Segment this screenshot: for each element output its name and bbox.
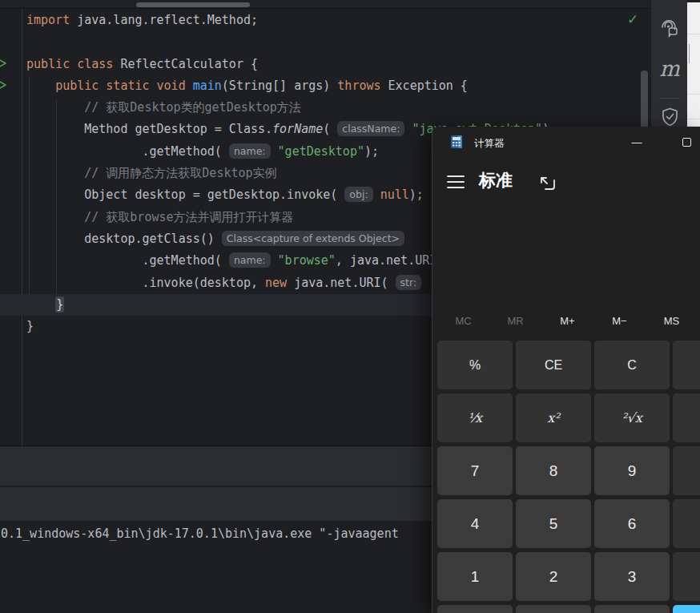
calc-button-digit-5[interactable]: 5 — [516, 499, 591, 548]
calc-button-square[interactable]: x² — [516, 393, 591, 442]
calc-button-digit-7[interactable]: 7 — [437, 446, 513, 495]
window-title: 计算器 — [474, 137, 505, 151]
calc-button-digit-3[interactable]: 3 — [594, 552, 670, 601]
calc-button-reciprocal[interactable]: ⅟x — [437, 393, 513, 442]
background-window-edge — [687, 2, 700, 127]
maximize-icon — [682, 138, 691, 147]
calc-button-backspace[interactable]: ⌫ — [673, 341, 700, 389]
calc-button-divide[interactable]: ÷ — [673, 393, 700, 442]
calculator-keypad: %CEC⌫⅟xx²²√x÷789×456−123++/−0.= — [437, 341, 700, 613]
inlay-hint: obj: — [344, 187, 372, 202]
calc-button-digit-2[interactable]: 2 — [516, 552, 591, 601]
calculator-app-icon — [449, 135, 464, 149]
calc-button-digit-8[interactable]: 8 — [516, 446, 591, 495]
stripe-divider — [660, 98, 679, 99]
ide-window: import java.lang.reflect.Method;public c… — [0, 0, 700, 613]
minimize-button[interactable]: — — [623, 131, 650, 152]
code-line — [26, 31, 650, 53]
memory-add-button[interactable]: M+ — [541, 309, 593, 333]
maven-icon[interactable]: m — [658, 56, 682, 80]
calc-button-digit-6[interactable]: 6 — [594, 499, 670, 548]
code-line: public class ReflectCalculator { — [26, 54, 650, 75]
calc-button-multiply[interactable]: × — [673, 446, 700, 495]
run-class-icon[interactable] — [0, 58, 7, 69]
inlay-hint: Class<capture of extends Object> — [222, 231, 404, 246]
calculator-titlebar[interactable]: 计算器 — — [432, 127, 700, 159]
calc-button-clear[interactable]: C — [594, 341, 670, 389]
calc-button-digit-1[interactable]: 1 — [437, 552, 513, 601]
inlay-hint: className: — [337, 121, 404, 136]
gutter-divider — [22, 9, 22, 446]
calc-button-digit-0[interactable]: 0 — [516, 605, 591, 613]
inlay-hint: name: — [229, 252, 271, 268]
inlay-hint: str: — [396, 275, 422, 290]
menu-hamburger-icon[interactable] — [447, 175, 465, 188]
calculator-mode-label: 标准 — [479, 169, 513, 192]
memory-store-button[interactable]: MS — [646, 309, 698, 333]
calculator-window: 计算器 — 标准 MCMRM+M−MS %CEC⌫⅟xx²²√x÷789×456… — [432, 127, 700, 613]
calc-button-percent[interactable]: % — [437, 341, 513, 389]
calc-button-decimal[interactable]: . — [594, 605, 670, 613]
calc-button-negate[interactable]: +/− — [437, 605, 513, 613]
security-shield-icon[interactable] — [658, 105, 682, 129]
memory-clear-button[interactable]: MC — [437, 309, 489, 333]
horizontal-scrollbar-thumb[interactable] — [136, 2, 250, 7]
keep-on-top-icon[interactable] — [538, 175, 557, 192]
code-line: import java.lang.reflect.Method; — [26, 10, 650, 31]
ai-assistant-icon[interactable] — [658, 16, 682, 40]
calc-button-square-root[interactable]: ²√x — [594, 393, 670, 442]
console-command-line: 0.1_windows-x64_bin\jdk-17.0.1\bin\java.… — [1, 527, 399, 541]
calc-button-clear-entry[interactable]: CE — [516, 341, 591, 389]
inlay-hint: name: — [229, 143, 271, 159]
memory-subtract-button[interactable]: M− — [593, 309, 646, 333]
calc-button-digit-9[interactable]: 9 — [594, 446, 670, 495]
memory-button-row: MCMRM+M−MS — [437, 309, 698, 333]
calc-button-subtract[interactable]: − — [673, 499, 700, 548]
code-line: public static void main(String[] args) t… — [26, 75, 650, 97]
calc-button-equals[interactable]: = — [673, 605, 700, 613]
code-line: // 获取Desktop类的getDesktop方法 — [26, 97, 650, 119]
inspections-ok-icon[interactable]: ✓ — [627, 11, 638, 27]
memory-recall-button[interactable]: MR — [489, 309, 541, 333]
editor-horizontal-scrollbar — [0, 0, 650, 9]
maximize-button[interactable] — [673, 131, 700, 152]
calc-button-digit-4[interactable]: 4 — [437, 499, 513, 548]
run-main-icon[interactable] — [0, 79, 7, 91]
calc-button-add[interactable]: + — [673, 552, 700, 601]
